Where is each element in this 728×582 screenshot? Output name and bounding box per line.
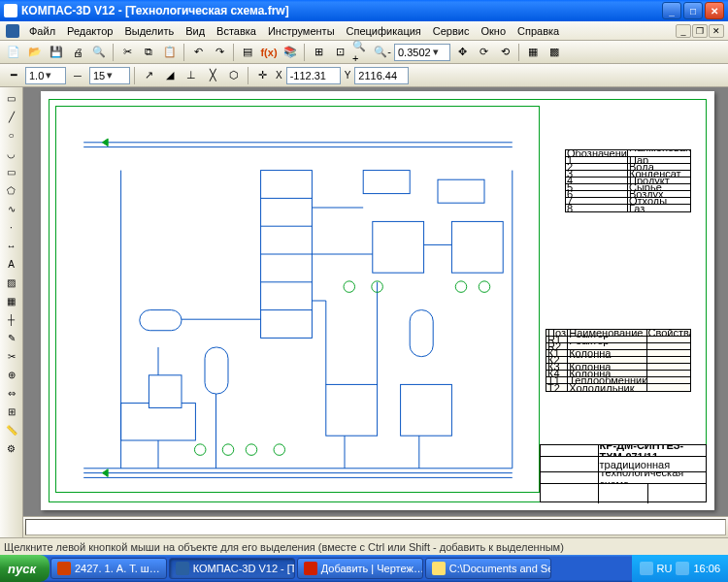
app-icon xyxy=(4,4,17,17)
task-item-3[interactable]: Добавить | Чертеж… xyxy=(297,558,423,579)
zoomout-button[interactable]: 🔍- xyxy=(373,43,392,62)
tool3[interactable]: ⊥ xyxy=(182,66,201,85)
svg-rect-8 xyxy=(140,310,182,331)
vt-measure[interactable]: 📏 xyxy=(2,421,21,438)
lang-indicator[interactable]: RU xyxy=(657,563,673,574)
tool4[interactable]: ╳ xyxy=(203,66,222,85)
menu-window[interactable]: Окно xyxy=(475,23,512,39)
save-button[interactable]: 💾 xyxy=(47,43,66,62)
zoomwin-button[interactable]: ⊞ xyxy=(309,43,328,62)
menu-edit[interactable]: Редактор xyxy=(61,23,118,39)
pan-button[interactable]: ✥ xyxy=(452,43,472,62)
layers-button[interactable]: ▦ xyxy=(523,43,543,62)
task-item-1[interactable]: 2427. 1. А. Т. ш… xyxy=(50,558,167,579)
grid-button[interactable]: ▩ xyxy=(545,43,564,62)
line-style-btn[interactable]: ━ xyxy=(4,66,23,85)
task-item-2[interactable]: КОМПАС-3D V12 - [Т… xyxy=(169,558,295,579)
vt-array[interactable]: ⊞ xyxy=(2,403,21,420)
lib-button[interactable]: 📚 xyxy=(281,43,300,62)
menu-view[interactable]: Вид xyxy=(180,23,211,39)
vt-param[interactable]: ⚙ xyxy=(2,439,21,457)
undo-button[interactable]: ↶ xyxy=(188,43,208,62)
tool2[interactable]: ◢ xyxy=(160,66,180,85)
tray-icon-2[interactable] xyxy=(676,562,689,575)
cut-button[interactable]: ✂ xyxy=(117,43,137,62)
line-btn[interactable]: ─ xyxy=(68,66,87,85)
new-button[interactable]: 📄 xyxy=(4,43,23,62)
system-tray[interactable]: RU 16:06 xyxy=(632,555,728,582)
vars-button[interactable]: f(x) xyxy=(259,43,279,62)
title-stamp: КР-ДМ-СИНТЕЗ-ТХМ-071/11 Схема традиционн… xyxy=(540,444,707,502)
task-item-4[interactable]: C:\Documents and Se… xyxy=(425,558,551,579)
vt-dim[interactable]: ↔ xyxy=(2,237,21,254)
menu-select[interactable]: Выделить xyxy=(118,23,180,39)
preview-button[interactable]: 🔍 xyxy=(89,43,109,62)
drawing-canvas[interactable]: ОбозначениеНаименование среды 1Пар 2Вода… xyxy=(23,87,728,516)
scale-field[interactable]: 1.0 xyxy=(25,67,66,84)
vt-poly[interactable]: ⬠ xyxy=(2,181,21,199)
command-input[interactable] xyxy=(25,519,726,535)
left-toolbar: ▭ ╱ ○ ◡ ▭ ⬠ ∿ · ↔ A ▨ ▦ ┼ ✎ ✂ ⊕ ⇔ ⊞ 📏 ⚙ xyxy=(0,87,23,537)
vt-trim[interactable]: ✂ xyxy=(2,347,21,365)
open-button[interactable]: 📂 xyxy=(25,43,45,62)
vt-select[interactable]: ▭ xyxy=(2,89,21,107)
status-bar: Щелкните левой кнопкой мыши на объекте д… xyxy=(0,537,728,555)
mdi-close[interactable]: ✕ xyxy=(709,24,724,38)
vt-rect[interactable]: ▭ xyxy=(2,163,21,180)
zoomfit-button[interactable]: ⊡ xyxy=(330,43,349,62)
windows-taskbar: пуск 2427. 1. А. Т. ш… КОМПАС-3D V12 - [… xyxy=(0,555,728,582)
window-title: КОМПАС-3D V12 - [Технологическая схема.f… xyxy=(21,4,662,17)
tool1[interactable]: ↗ xyxy=(139,66,158,85)
clock[interactable]: 16:06 xyxy=(693,563,720,574)
props-button[interactable]: ▤ xyxy=(238,43,257,62)
vt-edit[interactable]: ✎ xyxy=(2,329,21,346)
tool5[interactable]: ⬡ xyxy=(224,66,244,85)
svg-rect-11 xyxy=(410,310,433,357)
coord-y[interactable]: 2116.44 xyxy=(354,67,409,84)
svg-point-15 xyxy=(274,444,285,456)
svg-rect-10 xyxy=(205,347,228,394)
redo-button[interactable]: ↷ xyxy=(210,43,229,62)
vt-move[interactable]: ⊕ xyxy=(2,366,21,383)
coord-btn[interactable]: ✛ xyxy=(252,66,272,85)
svg-rect-2 xyxy=(438,179,484,203)
zoomin-button[interactable]: 🔍+ xyxy=(351,43,371,62)
copy-button[interactable]: ⧉ xyxy=(139,43,158,62)
vt-text[interactable]: A xyxy=(2,255,21,273)
start-button[interactable]: пуск xyxy=(0,555,50,582)
vt-circle[interactable]: ○ xyxy=(2,126,21,144)
zoom-field[interactable]: 0.3502 xyxy=(394,44,450,61)
menu-help[interactable]: Справка xyxy=(512,23,565,39)
size-field[interactable]: 15 xyxy=(89,67,130,84)
menu-service[interactable]: Сервис xyxy=(427,23,476,39)
mdi-restore[interactable]: ❐ xyxy=(692,24,708,38)
vt-hatch[interactable]: ▨ xyxy=(2,274,21,291)
paste-button[interactable]: 📋 xyxy=(160,43,180,62)
svg-point-13 xyxy=(222,444,234,456)
menu-file[interactable]: Файл xyxy=(23,23,61,39)
print-button[interactable]: 🖨 xyxy=(68,43,87,62)
minimize-button[interactable]: _ xyxy=(662,2,681,19)
rotate-button[interactable]: ⟳ xyxy=(474,43,493,62)
mdi-minimize[interactable]: _ xyxy=(676,24,691,38)
standard-toolbar: 📄 📂 💾 🖨 🔍 ✂ ⧉ 📋 ↶ ↷ ▤ f(x) 📚 ⊞ ⊡ 🔍+ 🔍- 0… xyxy=(0,41,728,64)
vt-point[interactable]: · xyxy=(2,218,21,236)
vt-arc[interactable]: ◡ xyxy=(2,145,21,162)
svg-point-12 xyxy=(194,444,206,456)
coord-x[interactable]: -112.31 xyxy=(286,67,341,84)
svg-rect-9 xyxy=(149,375,182,408)
svg-rect-5 xyxy=(121,404,196,440)
vt-table[interactable]: ▦ xyxy=(2,292,21,309)
refresh-button[interactable]: ⟲ xyxy=(495,43,514,62)
tray-icon[interactable] xyxy=(640,562,653,575)
vt-spline[interactable]: ∿ xyxy=(2,200,21,217)
svg-point-14 xyxy=(246,444,257,456)
vt-line[interactable]: ╱ xyxy=(2,108,21,125)
menu-tools[interactable]: Инструменты xyxy=(262,23,341,39)
close-button[interactable]: ✕ xyxy=(705,2,724,19)
menu-spec[interactable]: Спецификация xyxy=(341,23,427,39)
vt-axis[interactable]: ┼ xyxy=(2,310,21,328)
vt-mirror[interactable]: ⇔ xyxy=(2,384,21,402)
menu-insert[interactable]: Вставка xyxy=(211,23,262,39)
maximize-button[interactable]: □ xyxy=(683,2,703,19)
